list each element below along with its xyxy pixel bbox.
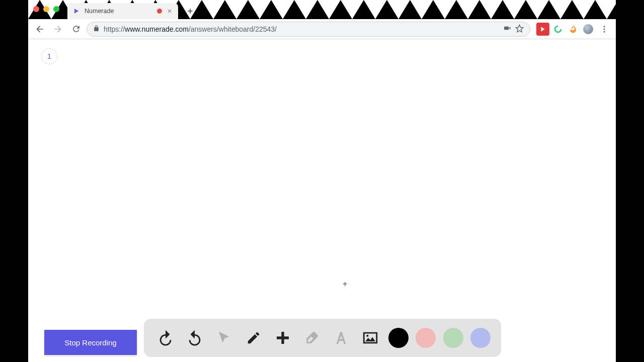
extension-icon[interactable] [551, 23, 565, 36]
svg-point-3 [604, 31, 605, 32]
pointer-tool[interactable] [213, 327, 235, 349]
redo-button[interactable] [184, 327, 206, 349]
stop-recording-label: Stop Recording [64, 338, 116, 347]
new-tab-button[interactable] [183, 4, 197, 18]
browser-toolbar: https://www.numerade.com/answers/whitebo… [28, 19, 616, 39]
crosshair-cursor-icon: + [343, 280, 347, 289]
svg-point-4 [366, 335, 368, 337]
page-number-badge[interactable]: 1 [41, 48, 57, 64]
back-button[interactable] [32, 22, 47, 37]
add-tool[interactable] [272, 327, 294, 349]
extension-icon[interactable] [567, 23, 580, 36]
undo-button[interactable] [154, 327, 177, 349]
address-bar[interactable]: https://www.numerade.com/answers/whitebo… [87, 22, 530, 37]
color-blue[interactable] [470, 328, 491, 348]
browser-menu-button[interactable] [597, 22, 612, 37]
whiteboard-canvas[interactable]: 1 + Stop Recording [28, 39, 616, 362]
svg-rect-0 [504, 27, 509, 30]
pencil-tool[interactable] [243, 327, 265, 349]
window-maximize-button[interactable] [53, 6, 59, 12]
window-minimize-button[interactable] [43, 6, 49, 12]
svg-point-1 [604, 26, 605, 27]
reload-button[interactable] [68, 22, 84, 37]
forward-button[interactable] [50, 22, 65, 37]
tab-favicon-icon [72, 7, 80, 15]
image-tool[interactable] [359, 327, 381, 349]
recording-indicator-icon [157, 9, 162, 14]
tab-title: Numerade [85, 8, 153, 15]
url-text: https://www.numerade.com/answers/whitebo… [104, 25, 277, 33]
lock-icon [93, 25, 100, 33]
titlebar: Numerade [28, 0, 616, 19]
text-tool[interactable] [330, 327, 352, 349]
stop-recording-button[interactable]: Stop Recording [44, 330, 137, 355]
window-controls [33, 6, 59, 12]
extension-icon[interactable] [536, 23, 549, 36]
extension-icon[interactable] [582, 23, 595, 36]
bookmark-star-icon[interactable] [515, 24, 524, 34]
color-green[interactable] [443, 328, 463, 348]
svg-point-2 [604, 28, 605, 30]
extensions-area [533, 22, 612, 37]
whiteboard-toolbar [144, 319, 501, 357]
tab-close-button[interactable] [166, 8, 173, 15]
page-action-icon[interactable] [503, 24, 511, 34]
page-number: 1 [47, 52, 51, 60]
browser-tab[interactable]: Numerade [67, 3, 178, 19]
window-close-button[interactable] [33, 6, 39, 12]
color-black[interactable] [388, 328, 409, 348]
color-pink[interactable] [416, 328, 436, 348]
browser-window: Numerade https://www.numer [28, 0, 616, 362]
eraser-tool[interactable] [301, 327, 323, 349]
